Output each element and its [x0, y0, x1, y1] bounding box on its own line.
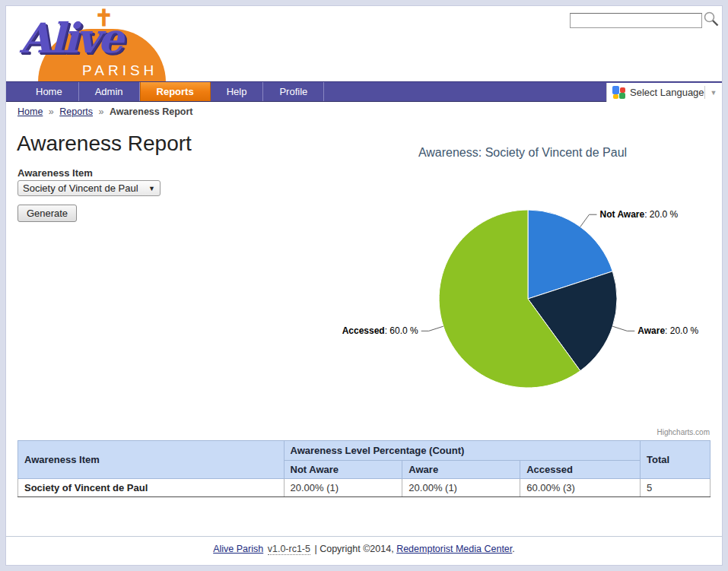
table-header-row: Awareness Item Awareness Level Percentag…	[18, 441, 711, 461]
breadcrumb: Home » Reports » Awareness Report	[6, 102, 722, 121]
breadcrumb-link-reports[interactable]: Reports	[59, 106, 93, 117]
language-label: Select Language	[630, 87, 704, 98]
pie-label-connector	[612, 326, 634, 331]
alive-parish-logo[interactable]: ✝ Alive PARISH	[15, 9, 167, 81]
main-nav: Home Admin Reports Help Profile Select L…	[6, 81, 722, 102]
breadcrumb-separator: »	[99, 106, 104, 117]
table-row: Society of Vincent de Paul 20.00% (1) 20…	[18, 479, 711, 497]
page-header: ✝ Alive PARISH	[6, 6, 722, 81]
logo-subtitle: PARISH	[82, 62, 157, 79]
awareness-item-select[interactable]: Society of Vincent de Paul ▼	[17, 180, 161, 196]
pie-slice-label: Accessed: 60.0 %	[342, 325, 418, 336]
header-awareness-item: Awareness Item	[18, 441, 285, 479]
pie-label-connector	[580, 214, 597, 227]
logo-title: Alive	[20, 14, 122, 62]
page-title: Awareness Report	[17, 132, 192, 156]
awareness-table: Awareness Item Awareness Level Percentag…	[17, 440, 711, 497]
footer-app-link[interactable]: Alive Parish	[213, 544, 263, 554]
nav-item-profile[interactable]: Profile	[263, 82, 324, 101]
select-language-dropdown[interactable]: Select Language ▼	[606, 83, 722, 102]
cell-accessed: 60.00% (3)	[520, 479, 641, 497]
header-not-aware: Not Aware	[284, 461, 402, 479]
breadcrumb-current: Awareness Report	[110, 106, 193, 117]
main-content: Awareness Report Awareness Item Society …	[6, 121, 722, 536]
footer-copyright: | Copyright ©2014,	[314, 544, 393, 554]
header-accessed: Accessed	[520, 461, 641, 479]
google-translate-icon	[612, 86, 625, 99]
breadcrumb-link-home[interactable]: Home	[17, 106, 43, 117]
nav-item-reports[interactable]: Reports	[140, 82, 211, 101]
page: ✝ Alive PARISH Home Admin Reports Help P…	[5, 5, 723, 566]
cell-not-aware: 20.00% (1)	[284, 479, 402, 497]
pie-chart-svg: Awareness: Society of Vincent de Paul No…	[335, 140, 719, 438]
page-footer: Alive Parish v1.0-rc1-5 | Copyright ©201…	[6, 536, 722, 566]
cell-item: Society of Vincent de Paul	[18, 479, 285, 497]
pie-slice-label: Not Aware: 20.0 %	[600, 209, 679, 220]
breadcrumb-separator: »	[49, 106, 54, 117]
generate-button[interactable]: Generate	[17, 205, 77, 222]
chart-credit[interactable]: Highcharts.com	[657, 428, 710, 436]
chart-container: Awareness: Society of Vincent de Paul No…	[335, 140, 719, 438]
footer-org-link[interactable]: Redemptorist Media Center	[396, 544, 512, 554]
awareness-item-label: Awareness Item	[17, 167, 93, 179]
footer-version: v1.0-rc1-5	[268, 544, 310, 555]
select-arrow-icon: ▼	[148, 185, 155, 192]
language-dropdown-arrow-icon: ▼	[705, 89, 722, 97]
search-input[interactable]	[570, 13, 702, 28]
chart-title: Awareness: Society of Vincent de Paul	[418, 146, 627, 159]
nav-item-help[interactable]: Help	[211, 82, 264, 101]
header-level-group: Awareness Level Percentage (Count)	[284, 441, 641, 461]
cell-total: 5	[641, 479, 711, 497]
nav-item-home[interactable]: Home	[20, 82, 79, 101]
select-value: Society of Vincent de Paul	[23, 182, 145, 194]
nav-item-admin[interactable]: Admin	[79, 82, 140, 101]
pie-label-connector	[421, 326, 443, 331]
cell-aware: 20.00% (1)	[402, 479, 520, 497]
footer-period: .	[512, 544, 514, 554]
header-total: Total	[641, 441, 711, 479]
search-icon[interactable]	[703, 11, 720, 27]
pie-slice-label: Aware: 20.0 %	[637, 325, 698, 336]
header-aware: Aware	[402, 461, 520, 479]
